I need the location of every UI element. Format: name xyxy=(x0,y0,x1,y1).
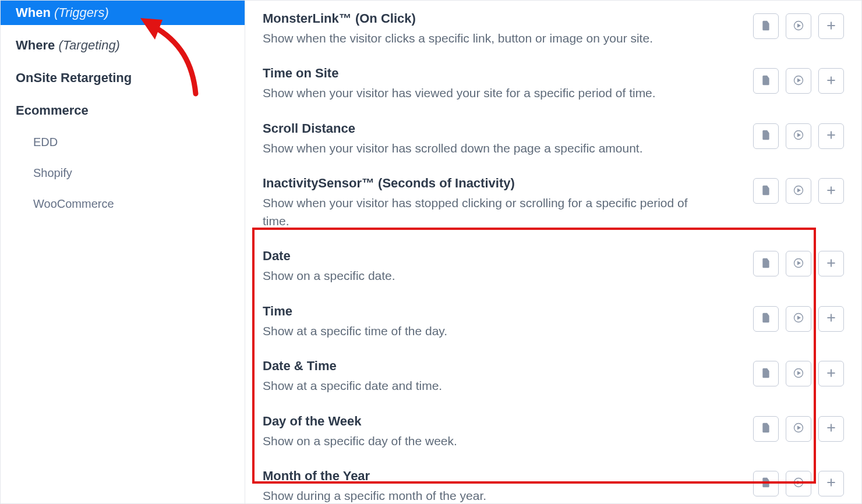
app-container: When (Triggers) Where (Targeting) OnSite… xyxy=(0,0,862,504)
add-button[interactable] xyxy=(818,471,844,496)
play-icon xyxy=(793,422,804,435)
rule-row: Scroll DistanceShow when your visitor ha… xyxy=(263,111,844,165)
add-button[interactable] xyxy=(818,361,844,386)
docs-icon xyxy=(760,74,772,88)
add-button[interactable] xyxy=(818,68,844,94)
docs-icon xyxy=(760,20,772,33)
rule-actions xyxy=(753,416,844,442)
docs-button[interactable] xyxy=(753,123,779,149)
add-button[interactable] xyxy=(818,416,844,442)
sidebar-child-shopify[interactable]: Shopify xyxy=(1,162,245,184)
rule-title: InactivitySensor™ (Seconds of Inactivity… xyxy=(263,176,694,191)
play-icon xyxy=(793,367,804,381)
sidebar-list: When (Triggers) Where (Targeting) OnSite… xyxy=(1,1,245,215)
docs-icon xyxy=(760,312,772,325)
docs-button[interactable] xyxy=(753,13,779,39)
rule-title: Scroll Distance xyxy=(263,121,643,136)
docs-icon xyxy=(760,129,772,143)
rule-text: TimeShow at a specific time of the day. xyxy=(263,304,447,340)
docs-button[interactable] xyxy=(753,416,779,442)
rule-title: Day of the Week xyxy=(263,414,457,429)
rule-description: Show at a specific time of the day. xyxy=(263,322,447,340)
rule-description: Show on a specific day of the week. xyxy=(263,432,457,450)
add-button[interactable] xyxy=(818,123,844,149)
play-button[interactable] xyxy=(786,306,811,332)
play-icon xyxy=(793,74,804,88)
play-button[interactable] xyxy=(786,361,811,386)
rule-description: Show on a specific date. xyxy=(263,267,395,285)
rule-text: Time on SiteShow when your visitor has v… xyxy=(263,66,656,102)
rule-title: MonsterLink™ (On Click) xyxy=(263,11,653,26)
rule-description: Show during a specific month of the year… xyxy=(263,487,486,504)
rule-actions xyxy=(753,471,844,496)
sidebar-item-sublabel: (Targeting) xyxy=(58,38,120,52)
play-button[interactable] xyxy=(786,251,811,276)
rule-title: Date & Time xyxy=(263,359,442,374)
add-icon xyxy=(825,312,837,325)
sidebar: When (Triggers) Where (Targeting) OnSite… xyxy=(1,1,245,503)
rule-description: Show when your visitor has viewed your s… xyxy=(263,84,656,102)
sidebar-child-woocommerce[interactable]: WooCommerce xyxy=(1,193,245,215)
rule-actions xyxy=(753,178,844,204)
add-button[interactable] xyxy=(818,13,844,39)
rule-row: Month of the YearShow during a specific … xyxy=(263,458,844,504)
rule-row: DateShow on a specific date. xyxy=(263,238,844,293)
rule-text: Scroll DistanceShow when your visitor ha… xyxy=(263,121,643,157)
docs-icon xyxy=(760,477,772,490)
rule-text: DateShow on a specific date. xyxy=(263,249,395,285)
rule-title: Date xyxy=(263,249,395,264)
docs-button[interactable] xyxy=(753,361,779,386)
sidebar-item-label: Ecommerce xyxy=(16,103,89,118)
play-button[interactable] xyxy=(786,416,811,442)
rule-row: Date & TimeShow at a specific date and t… xyxy=(263,348,844,403)
rule-actions xyxy=(753,123,844,149)
add-icon xyxy=(825,184,837,198)
rule-description: Show when your visitor has scrolled down… xyxy=(263,140,643,157)
sidebar-item-sublabel: (Triggers) xyxy=(54,5,109,20)
sidebar-item-label: When xyxy=(16,5,51,20)
rule-title: Time xyxy=(263,304,447,319)
play-button[interactable] xyxy=(786,68,811,94)
rule-text: Date & TimeShow at a specific date and t… xyxy=(263,359,442,395)
rule-row: MonsterLink™ (On Click)Show when the vis… xyxy=(263,1,844,55)
rule-row: Day of the WeekShow on a specific day of… xyxy=(263,403,844,458)
add-button[interactable] xyxy=(818,251,844,276)
play-icon xyxy=(793,477,804,490)
main-panel: MonsterLink™ (On Click)Show when the vis… xyxy=(245,1,861,503)
rule-description: Show when the visitor clicks a specific … xyxy=(263,30,653,47)
rule-actions xyxy=(753,306,844,332)
sidebar-item-ecommerce[interactable]: Ecommerce xyxy=(1,98,245,123)
add-icon xyxy=(825,367,837,381)
rule-description: Show when your visitor has stopped click… xyxy=(263,194,694,230)
rule-text: MonsterLink™ (On Click)Show when the vis… xyxy=(263,11,653,47)
play-button[interactable] xyxy=(786,178,811,204)
play-icon xyxy=(793,312,804,325)
sidebar-item-onsite-retargeting[interactable]: OnSite Retargeting xyxy=(1,66,245,90)
add-button[interactable] xyxy=(818,306,844,332)
rule-row: InactivitySensor™ (Seconds of Inactivity… xyxy=(263,165,844,238)
rule-row: TimeShow at a specific time of the day. xyxy=(263,293,844,348)
rule-actions xyxy=(753,13,844,39)
rule-text: Month of the YearShow during a specific … xyxy=(263,468,486,504)
rule-actions xyxy=(753,361,844,386)
rule-actions xyxy=(753,68,844,94)
play-icon xyxy=(793,20,804,33)
play-button[interactable] xyxy=(786,123,811,149)
add-icon xyxy=(825,257,837,271)
play-icon xyxy=(793,184,804,198)
docs-button[interactable] xyxy=(753,306,779,332)
docs-icon xyxy=(760,184,772,198)
docs-icon xyxy=(760,422,772,435)
add-button[interactable] xyxy=(818,178,844,204)
docs-button[interactable] xyxy=(753,68,779,94)
docs-button[interactable] xyxy=(753,471,779,496)
sidebar-item-when[interactable]: When (Triggers) xyxy=(1,1,245,25)
play-button[interactable] xyxy=(786,471,811,496)
sidebar-child-edd[interactable]: EDD xyxy=(1,131,245,154)
docs-button[interactable] xyxy=(753,251,779,276)
sidebar-item-where[interactable]: Where (Targeting) xyxy=(1,33,245,58)
rule-title: Time on Site xyxy=(263,66,656,81)
play-button[interactable] xyxy=(786,13,811,39)
rule-description: Show at a specific date and time. xyxy=(263,377,442,395)
docs-button[interactable] xyxy=(753,178,779,204)
